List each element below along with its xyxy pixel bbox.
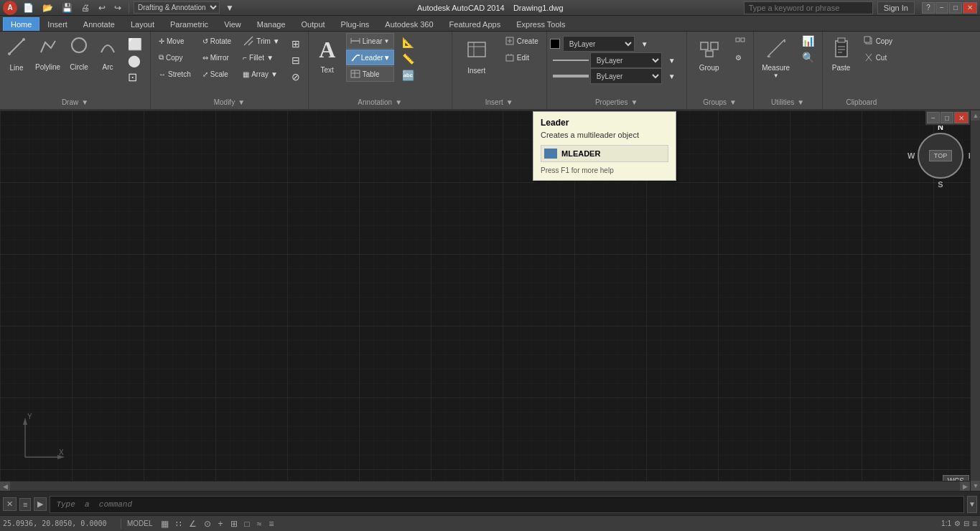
circle-button[interactable]: Circle — [65, 33, 93, 83]
drawing-close-button[interactable]: ✕ — [954, 112, 969, 123]
linear-dropdown-arrow[interactable]: ▼ — [384, 38, 390, 44]
scroll-up-button[interactable]: ▲ — [971, 111, 980, 121]
paste-button[interactable]: Paste — [826, 33, 857, 83]
print-button[interactable]: 🖨 — [78, 1, 93, 14]
insert-group-label[interactable]: Insert ▼ — [455, 97, 543, 108]
sign-in-button[interactable]: Sign In — [877, 1, 915, 14]
tab-annotate[interactable]: Annotate — [75, 17, 123, 31]
anno-icon2[interactable]: 📏 — [397, 51, 419, 67]
snap-toggle-button[interactable]: ∷ — [174, 519, 184, 529]
app-icon[interactable]: A — [3, 1, 17, 15]
compass-top-button[interactable]: TOP — [929, 150, 952, 161]
linear-button[interactable]: Linear ▼ — [346, 33, 394, 49]
fillet-button[interactable]: ⌐ Fillet ▼ — [238, 50, 285, 65]
draw-more-btn3[interactable]: ⊡ — [123, 69, 147, 85]
create-button[interactable]: Create — [500, 33, 543, 49]
search-input[interactable] — [744, 1, 873, 14]
insert-more-arrow[interactable]: ▼ — [506, 98, 513, 106]
tab-view[interactable]: View — [216, 17, 249, 31]
array-button[interactable]: ▦ Array ▼ — [238, 66, 285, 82]
tab-manage[interactable]: Manage — [249, 17, 294, 31]
anno-icon1[interactable]: 📐 — [397, 34, 419, 50]
annotation-more-arrow[interactable]: ▼ — [395, 98, 402, 106]
linetype-select[interactable]: ByLayer — [590, 52, 662, 68]
command-scroll-button[interactable]: ▼ — [967, 496, 977, 513]
measure-button[interactable]: Measure ▼ — [757, 33, 795, 83]
tab-layout[interactable]: Layout — [123, 17, 162, 31]
drawing-minimize-button[interactable]: − — [927, 112, 940, 123]
modify-extra3[interactable]: ⊘ — [286, 69, 305, 85]
scale-button[interactable]: ⤢ Scale — [197, 66, 236, 82]
modify-extra1[interactable]: ⊞ — [286, 36, 305, 52]
modify-group-label[interactable]: Modify ▼ — [154, 97, 305, 108]
color-more-arrow[interactable]: ▼ — [636, 36, 653, 52]
drawing-area[interactable]: Y X N S E W TOP WCS − □ ✕ — [0, 111, 980, 491]
polar-toggle-button[interactable]: ⊙ — [202, 519, 213, 529]
measure-dropdown-arrow[interactable]: ▼ — [773, 72, 779, 79]
groups-settings-button[interactable]: ⚙ — [730, 50, 750, 65]
mirror-button[interactable]: ⇔ Mirror — [197, 50, 236, 65]
workspace-dropdown[interactable]: Drafting & Annotation — [134, 1, 220, 14]
tab-insert[interactable]: Insert — [39, 17, 75, 31]
modify-more-arrow[interactable]: ▼ — [238, 98, 245, 106]
tab-plugins[interactable]: Plug-ins — [333, 17, 378, 31]
utilities-more-arrow[interactable]: ▼ — [797, 98, 804, 106]
utilities-group-label[interactable]: Utilities ▼ — [757, 97, 819, 108]
tab-parametric[interactable]: Parametric — [162, 17, 216, 31]
insert-big-button[interactable]: Insert — [455, 33, 498, 83]
color-select[interactable]: ByLayer — [563, 36, 635, 52]
lw-toggle-button[interactable]: ≡ — [266, 519, 276, 529]
new-file-button[interactable]: 📄 — [20, 1, 37, 14]
grid-toggle-button[interactable]: ▦ — [159, 519, 171, 529]
tab-home[interactable]: Home — [3, 17, 39, 31]
table-button[interactable]: Table — [346, 66, 394, 82]
copy-button[interactable]: ⧉ Copy — [154, 50, 196, 65]
trim-button[interactable]: Trim ▼ — [238, 33, 285, 49]
osnap-toggle-button[interactable]: + — [216, 519, 225, 529]
rotate-button[interactable]: ↺ Rotate — [197, 33, 236, 49]
text-button[interactable]: A Text — [312, 33, 343, 83]
draw-more-btn2[interactable]: ⬤ — [123, 52, 147, 68]
minimize-app-button[interactable]: − — [935, 2, 948, 14]
tab-express[interactable]: Express Tools — [508, 17, 573, 31]
ungroup-button[interactable] — [730, 33, 750, 49]
dynmode-toggle-button[interactable]: ≈ — [255, 519, 264, 529]
ortho-toggle-button[interactable]: ∠ — [187, 519, 199, 529]
annotation-group-label[interactable]: Annotation ▼ — [312, 97, 449, 108]
arc-button[interactable]: Arc — [94, 33, 121, 83]
properties-more-arrow[interactable]: ▼ — [631, 98, 638, 106]
workspace-settings-button[interactable]: ⚙ — [954, 520, 961, 527]
annotation-scale-button[interactable]: 1:1 — [941, 520, 951, 527]
stretch-button[interactable]: ↔ Stretch — [154, 66, 196, 82]
tab-output[interactable]: Output — [294, 17, 333, 31]
polyline-button[interactable]: Polyline — [32, 33, 64, 83]
command-action-button[interactable]: ▶ — [34, 497, 47, 511]
command-options-button[interactable]: ≡ — [19, 498, 31, 511]
lineweight-more-arrow[interactable]: ▼ — [663, 68, 681, 84]
redo-button[interactable]: ↪ — [111, 1, 124, 14]
tab-featured[interactable]: Featured Apps — [442, 17, 509, 31]
scroll-down-button[interactable]: ▼ — [971, 481, 980, 491]
compass-circle[interactable]: N S E W TOP — [918, 133, 963, 179]
utility1-button[interactable]: 📊 — [797, 33, 819, 49]
line-button[interactable]: Line — [3, 33, 30, 83]
move-button[interactable]: ✛ Move — [154, 33, 196, 49]
drawing-restore-button[interactable]: □ — [941, 112, 953, 123]
ducs-toggle-button[interactable]: □ — [243, 519, 252, 529]
draw-more-arrow[interactable]: ▼ — [81, 98, 88, 106]
command-input[interactable] — [50, 496, 964, 513]
cut-button[interactable]: Cut — [859, 50, 897, 65]
info-button[interactable]: ? — [922, 2, 935, 14]
anno-icon3[interactable]: 🔤 — [397, 67, 419, 83]
edit-block-button[interactable]: Edit — [500, 50, 543, 65]
modify-extra2[interactable]: ⊟ — [286, 52, 305, 68]
restore-app-button[interactable]: □ — [949, 2, 962, 14]
right-scrollbar[interactable]: ▲ ▼ — [970, 111, 980, 491]
model-toggle-button[interactable]: MODEL — [124, 520, 156, 527]
group-button[interactable]: Group — [690, 33, 729, 83]
leader-dropdown-arrow[interactable]: ▼ — [383, 54, 391, 62]
undo-button[interactable]: ↩ — [95, 1, 108, 14]
workspace-dropdown-arrow[interactable]: ▼ — [223, 1, 237, 14]
draw-group-label[interactable]: Draw ▼ — [3, 97, 147, 108]
bottom-scrollbar[interactable]: ◀ ▶ — [0, 481, 970, 491]
